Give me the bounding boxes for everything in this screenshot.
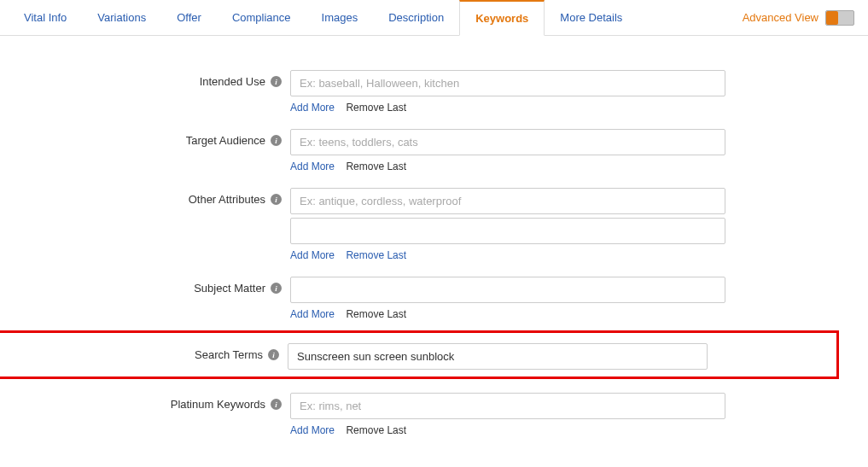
remove-last-link[interactable]: Remove Last bbox=[346, 161, 406, 172]
info-icon[interactable]: i bbox=[271, 76, 282, 87]
row-intended-use: Intended Use i Add More Remove Last bbox=[51, 70, 817, 114]
search-terms-highlight: Search Terms i bbox=[0, 330, 839, 379]
add-more-link[interactable]: Add More bbox=[290, 308, 335, 320]
info-icon[interactable]: i bbox=[271, 283, 282, 294]
input-platinum-keywords[interactable] bbox=[290, 393, 725, 419]
input-target-audience[interactable] bbox=[290, 129, 725, 155]
row-other-attributes: Other Attributes i Add More Remove Last bbox=[51, 188, 817, 261]
row-platinum-keywords: Platinum Keywords i Add More Remove Last bbox=[51, 393, 817, 436]
info-icon[interactable]: i bbox=[271, 399, 282, 410]
tab-keywords[interactable]: Keywords bbox=[459, 0, 545, 36]
label-target-audience: Target Audience i bbox=[51, 129, 290, 147]
tab-more-details[interactable]: More Details bbox=[545, 1, 638, 34]
remove-last-link[interactable]: Remove Last bbox=[346, 102, 406, 114]
label-intended-use: Intended Use i bbox=[51, 70, 290, 88]
add-more-link[interactable]: Add More bbox=[290, 424, 335, 436]
input-search-terms[interactable] bbox=[288, 343, 708, 370]
tab-variations[interactable]: Variations bbox=[82, 1, 161, 34]
info-icon[interactable]: i bbox=[271, 135, 282, 146]
add-more-link[interactable]: Add More bbox=[290, 249, 335, 261]
tab-offer[interactable]: Offer bbox=[161, 1, 217, 34]
remove-last-link[interactable]: Remove Last bbox=[346, 308, 406, 320]
row-subject-matter: Subject Matter i Add More Remove Last bbox=[51, 277, 817, 320]
label-subject-matter: Subject Matter i bbox=[51, 277, 290, 295]
advanced-view-toggle[interactable] bbox=[825, 10, 854, 26]
label-platinum-keywords: Platinum Keywords i bbox=[51, 393, 290, 411]
row-target-audience: Target Audience i Add More Remove Last bbox=[51, 129, 817, 172]
input-intended-use[interactable] bbox=[290, 70, 725, 96]
info-icon[interactable]: i bbox=[271, 194, 282, 205]
advanced-view-top[interactable]: Advanced View bbox=[743, 10, 868, 26]
info-icon[interactable]: i bbox=[268, 349, 279, 360]
remove-last-link[interactable]: Remove Last bbox=[346, 424, 406, 436]
add-more-link[interactable]: Add More bbox=[290, 161, 335, 172]
tab-bar: Vital Info Variations Offer Compliance I… bbox=[0, 0, 868, 36]
tab-compliance[interactable]: Compliance bbox=[217, 1, 306, 34]
advanced-view-label: Advanced View bbox=[743, 11, 818, 24]
label-search-terms: Search Terms i bbox=[0, 343, 288, 361]
label-other-attributes: Other Attributes i bbox=[51, 188, 290, 206]
input-other-attributes-2[interactable] bbox=[290, 218, 725, 244]
tab-description[interactable]: Description bbox=[373, 1, 459, 34]
tab-vital-info[interactable]: Vital Info bbox=[9, 1, 82, 34]
add-more-link[interactable]: Add More bbox=[290, 102, 335, 114]
remove-last-link[interactable]: Remove Last bbox=[346, 249, 406, 261]
input-subject-matter[interactable] bbox=[290, 277, 725, 303]
row-search-terms: Search Terms i bbox=[0, 343, 836, 370]
keywords-form: Intended Use i Add More Remove Last Targ… bbox=[0, 36, 868, 467]
input-other-attributes-1[interactable] bbox=[290, 188, 725, 214]
tab-images[interactable]: Images bbox=[306, 1, 374, 34]
